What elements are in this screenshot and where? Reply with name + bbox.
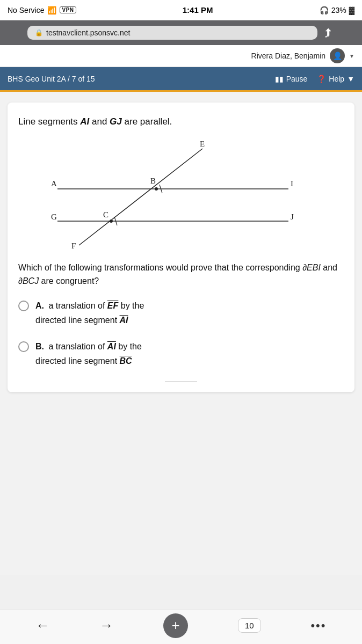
lock-icon: 🔒: [35, 29, 43, 36]
answer-option-a[interactable]: A. a translation of EF by the directed l…: [18, 299, 344, 327]
chevron-down-icon[interactable]: ▼: [349, 53, 354, 59]
ai-overline-a: AI: [120, 316, 128, 325]
help-button[interactable]: ❓ Help ▼: [317, 75, 354, 83]
status-bar: No Service 📶 VPN 1:41 PM 🎧 23% ▓: [0, 0, 362, 20]
ef-overline: EF: [107, 301, 118, 310]
option-a-line2: directed line segment AI: [35, 314, 144, 327]
user-name: Rivera Diaz, Benjamin: [251, 52, 326, 60]
pause-button[interactable]: ▮▮ Pause: [275, 75, 308, 83]
battery-text: 23%: [331, 6, 346, 14]
plus-icon: +: [171, 617, 179, 634]
nav-bar: BHS Geo Unit 2A / 7 of 15 ▮▮ Pause ❓ Hel…: [0, 67, 362, 92]
user-bar: Rivera Diaz, Benjamin 👤 ▼: [0, 45, 362, 67]
option-b-label: B.: [35, 342, 44, 351]
svg-text:I: I: [291, 179, 293, 188]
share-button[interactable]: ⮭: [323, 26, 335, 40]
svg-line-2: [79, 149, 202, 245]
page-indicator[interactable]: 10: [238, 618, 261, 633]
svg-text:E: E: [200, 140, 205, 148]
pause-icon: ▮▮: [275, 75, 284, 83]
geometry-diagram: A I G J E F B C: [25, 138, 337, 251]
status-right: 🎧 23% ▓: [320, 6, 354, 14]
ai-overline-b: AI: [107, 342, 116, 351]
help-label: Help: [329, 75, 344, 83]
forward-button[interactable]: →: [99, 617, 113, 634]
question-icon: ❓: [317, 75, 326, 83]
nav-actions: ▮▮ Pause ❓ Help ▼: [275, 75, 354, 83]
option-a-content: A. a translation of EF by the directed l…: [35, 299, 144, 327]
card-divider: [165, 381, 197, 382]
page-number: 10: [245, 621, 254, 630]
question-text: Which of the following transformations w…: [18, 261, 344, 288]
url-text: testnavclient.psonsvc.net: [46, 28, 130, 37]
url-bar[interactable]: 🔒 testnavclient.psonsvc.net: [27, 26, 317, 40]
radio-b[interactable]: [18, 341, 29, 352]
battery-icon: ▓: [349, 6, 354, 14]
wifi-icon: 📶: [47, 6, 56, 14]
main-content: Line segments AI and GJ are parallel. A …: [0, 92, 362, 575]
plus-button[interactable]: +: [163, 613, 188, 638]
answer-option-b[interactable]: B. a translation of AI by the directed l…: [18, 340, 344, 368]
svg-text:B: B: [150, 177, 156, 185]
bc-overline: BC: [120, 356, 132, 365]
status-left: No Service 📶 VPN: [8, 6, 76, 14]
svg-text:G: G: [51, 213, 57, 221]
svg-point-11: [155, 187, 158, 191]
headphone-icon: 🎧: [320, 6, 329, 14]
more-icon: •••: [310, 619, 326, 633]
more-button[interactable]: •••: [310, 619, 326, 633]
back-icon: ←: [35, 617, 49, 634]
svg-text:F: F: [71, 241, 76, 250]
user-avatar: 👤: [330, 48, 345, 63]
help-chevron-icon: ▼: [347, 75, 354, 83]
address-bar: 🔒 testnavclient.psonsvc.net ⮭: [0, 20, 362, 45]
forward-icon: →: [99, 617, 113, 634]
question-card: Line segments AI and GJ are parallel. A …: [8, 103, 354, 392]
time-display: 1:41 PM: [183, 5, 213, 14]
radio-a[interactable]: [18, 301, 29, 311]
question-intro: Line segments AI and GJ are parallel.: [18, 115, 344, 128]
bottom-nav: ← → + 10 •••: [0, 610, 362, 644]
svg-point-12: [110, 219, 113, 223]
carrier-text: No Service: [8, 6, 44, 14]
option-a-label: A.: [35, 301, 44, 310]
vpn-badge: VPN: [60, 6, 76, 13]
option-b-content: B. a translation of AI by the directed l…: [35, 340, 142, 368]
pause-label: Pause: [286, 75, 308, 83]
svg-text:J: J: [291, 213, 294, 221]
option-b-line2: directed line segment BC: [35, 355, 142, 368]
svg-text:A: A: [51, 179, 57, 188]
svg-text:C: C: [103, 210, 108, 219]
nav-title: BHS Geo Unit 2A / 7 of 15: [8, 75, 275, 83]
back-button[interactable]: ←: [35, 617, 49, 634]
